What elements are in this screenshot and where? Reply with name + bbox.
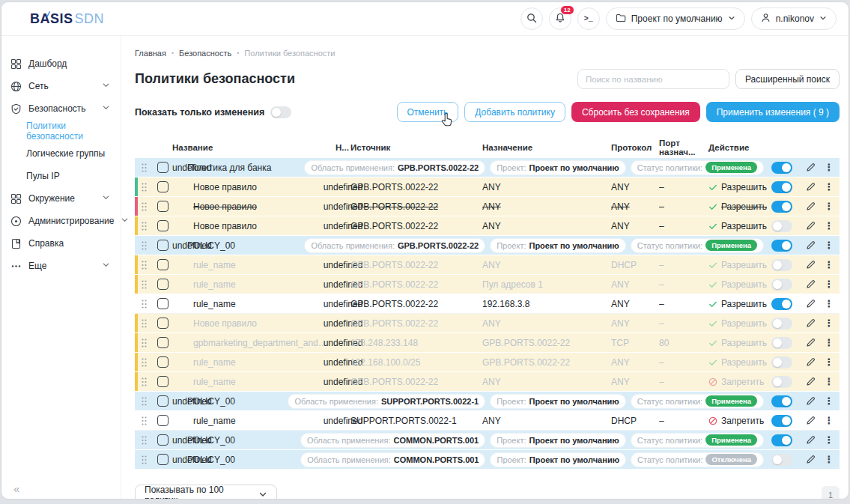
row-enable-toggle[interactable] (771, 181, 792, 193)
row-checkbox[interactable] (157, 318, 169, 329)
row-menu-icon[interactable]: ⋮ (821, 395, 837, 407)
rule-row[interactable]: rule_nameundefinedGPB.PORTS.0022-22ANYAN… (135, 372, 840, 392)
row-menu-icon[interactable]: ⋮ (821, 298, 837, 309)
drag-handle-icon[interactable] (135, 455, 153, 465)
drag-handle-icon[interactable] (135, 299, 153, 309)
row-menu-icon[interactable]: ⋮ (821, 337, 837, 348)
rule-row[interactable]: Новое правилоundefinedGPB.PORTS.0022-22A… (135, 216, 840, 236)
reset-without-saving-button[interactable]: Сбросить без сохранения (571, 102, 700, 122)
row-menu-icon[interactable]: ⋮ (821, 259, 837, 270)
sidebar-item-Справка[interactable]: Справка (1, 232, 121, 255)
drag-handle-icon[interactable] (135, 338, 153, 348)
drag-handle-icon[interactable] (135, 240, 153, 251)
row-menu-icon[interactable]: ⋮ (821, 162, 837, 173)
page-number-button[interactable]: 1 (822, 486, 840, 500)
row-enable-toggle[interactable] (771, 279, 792, 291)
user-menu[interactable]: n.nikonov (751, 7, 837, 30)
edit-icon[interactable] (800, 201, 821, 212)
project-selector[interactable]: Проект по умолчанию (606, 7, 745, 30)
rule-row[interactable]: Новое правилоundefinedGPB.PORTS.0022-22A… (135, 197, 840, 216)
apply-changes-button[interactable]: Применить изменения ( 9 ) (706, 102, 840, 122)
row-enable-toggle[interactable] (771, 318, 792, 330)
drag-handle-icon[interactable] (135, 182, 153, 192)
row-menu-icon[interactable]: ⋮ (821, 201, 837, 212)
row-checkbox[interactable] (157, 279, 169, 290)
rule-row[interactable]: rule_nameundefinedGPB.PORTS.0022-22Пул а… (135, 275, 840, 294)
rule-row[interactable]: Новое правилоundefinedGPB.PORTS.0022-22A… (135, 177, 840, 197)
rule-row[interactable]: rule_nameundefined192.168.100.0/25GPB.PO… (135, 353, 840, 372)
chevron-down-icon[interactable]: undefined (172, 240, 187, 251)
chevron-down-icon[interactable]: undefined (172, 396, 187, 407)
edit-icon[interactable] (800, 259, 821, 270)
row-enable-toggle[interactable] (771, 415, 792, 427)
drag-handle-icon[interactable] (135, 163, 153, 173)
notifications-button[interactable]: 12 (549, 7, 571, 30)
edit-icon[interactable] (800, 279, 821, 290)
row-enable-toggle[interactable] (771, 337, 792, 349)
rule-row[interactable]: Новое правилоundefinedGPB.PORTS.0022-22A… (135, 314, 840, 333)
row-checkbox[interactable] (157, 395, 169, 407)
advanced-search-button[interactable]: Расширенный поиск (735, 69, 840, 89)
row-checkbox[interactable] (157, 220, 169, 231)
row-checkbox[interactable] (157, 298, 169, 309)
edit-icon[interactable] (800, 337, 821, 348)
row-enable-toggle[interactable] (771, 201, 792, 213)
add-policy-button[interactable]: Добавить политику (464, 102, 565, 122)
rule-row[interactable]: rule_nameundefinedGPB.PORTS.0022-22ANYDH… (135, 255, 840, 275)
row-checkbox[interactable] (157, 415, 169, 426)
edit-icon[interactable] (800, 298, 821, 309)
sidebar-subitem-Политики безопасности[interactable]: Политики безопасности (1, 120, 121, 142)
row-enable-toggle[interactable] (771, 298, 792, 310)
sidebar-subitem-Логические группы[interactable]: Логические группы (1, 142, 121, 165)
breadcrumb-item[interactable]: Безопасность (179, 49, 231, 58)
policy-row[interactable]: undefinedPOLICY_00Область применения:COM… (135, 431, 840, 450)
row-checkbox[interactable] (157, 162, 169, 173)
rule-row[interactable]: rule_nameundefinedSUPPORT.PORTS.0022-1AN… (135, 411, 840, 431)
row-checkbox[interactable] (157, 376, 169, 387)
row-menu-icon[interactable]: ⋮ (821, 376, 837, 387)
drag-handle-icon[interactable] (135, 416, 153, 426)
edit-icon[interactable] (800, 162, 821, 173)
show-only-changes-toggle[interactable] (270, 106, 291, 118)
drag-handle-icon[interactable] (135, 279, 153, 290)
row-checkbox[interactable] (157, 240, 169, 251)
per-page-select[interactable]: Показывать по 100 политик (135, 485, 277, 500)
drag-handle-icon[interactable] (135, 260, 153, 270)
row-enable-toggle[interactable] (771, 434, 792, 446)
row-menu-icon[interactable]: ⋮ (821, 279, 837, 290)
row-checkbox[interactable] (157, 454, 169, 465)
drag-handle-icon[interactable] (135, 318, 153, 329)
sidebar-item-Дашборд[interactable]: Дашборд (1, 52, 121, 75)
sidebar-item-Сеть[interactable]: Сеть (1, 75, 121, 97)
sidebar-item-Окружение[interactable]: Окружение (1, 187, 121, 210)
sidebar-subitem-Пулы IP[interactable]: Пулы IP (1, 165, 121, 187)
drag-handle-icon[interactable] (135, 221, 153, 231)
row-menu-icon[interactable]: ⋮ (821, 318, 837, 329)
row-enable-toggle[interactable] (771, 395, 792, 407)
row-checkbox[interactable] (157, 259, 169, 270)
edit-icon[interactable] (800, 356, 821, 368)
row-enable-toggle[interactable] (771, 454, 792, 466)
row-menu-icon[interactable]: ⋮ (821, 356, 837, 368)
policy-row[interactable]: undefinedPOLICY_00Область применения:SUP… (135, 392, 840, 411)
row-menu-icon[interactable]: ⋮ (821, 220, 837, 231)
terminal-button[interactable]: >_ (577, 7, 600, 30)
row-checkbox[interactable] (157, 181, 169, 192)
rule-row[interactable]: gpbmarketing_department_and_advertism...… (135, 333, 840, 353)
row-menu-icon[interactable]: ⋮ (821, 434, 837, 446)
row-menu-icon[interactable]: ⋮ (821, 415, 837, 426)
policy-row[interactable]: undefinedPOLICY_00Область применения:GPB… (135, 236, 840, 255)
edit-icon[interactable] (800, 434, 821, 446)
row-checkbox[interactable] (157, 337, 169, 348)
edit-icon[interactable] (800, 376, 821, 387)
breadcrumb-item[interactable]: Главная (135, 49, 166, 58)
edit-icon[interactable] (800, 181, 821, 192)
row-enable-toggle[interactable] (771, 259, 792, 271)
row-checkbox[interactable] (157, 434, 169, 446)
row-checkbox[interactable] (157, 356, 169, 368)
edit-icon[interactable] (800, 240, 821, 251)
drag-handle-icon[interactable] (135, 435, 153, 446)
edit-icon[interactable] (800, 415, 821, 426)
row-menu-icon[interactable]: ⋮ (821, 181, 837, 192)
rule-row[interactable]: rule_nameundefinedGPB.PORTS.0022-22192.1… (135, 294, 840, 314)
